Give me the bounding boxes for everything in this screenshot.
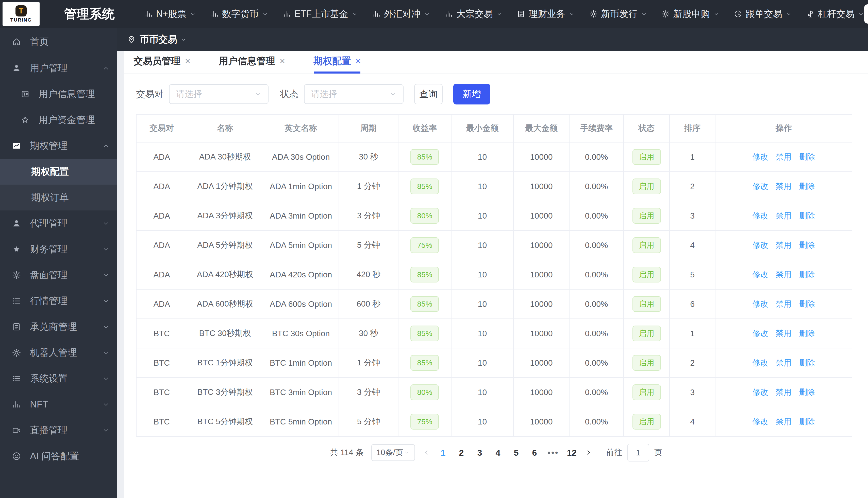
sidebar-item[interactable]: 直播管理 [0,417,117,443]
edit-link[interactable]: 修改 [753,416,768,427]
topnav-item[interactable]: 杠杆交易 [806,8,864,20]
sidebar-item[interactable]: 系统设置 [0,366,117,392]
edit-link[interactable]: 修改 [753,357,768,368]
topnav-item-label: 新股申购 [673,8,710,20]
chevron-down-icon [352,11,358,17]
sidebar-item[interactable]: 盘面管理 [0,262,117,288]
delete-link[interactable]: 删除 [799,269,815,280]
close-icon[interactable]: × [356,56,361,66]
page-size-select[interactable]: 10条/页 [371,444,415,461]
disable-link[interactable]: 禁用 [776,240,792,250]
pair-select[interactable]: 请选择 [169,84,269,104]
sidebar-subitem[interactable]: 用户信息管理 [0,81,117,107]
delete-link[interactable]: 删除 [799,387,815,397]
page-number[interactable]: 1 [438,448,448,458]
edit-link[interactable]: 修改 [753,181,768,192]
disable-link[interactable]: 禁用 [776,387,792,397]
page-number[interactable]: 3 [474,448,485,458]
edit-link[interactable]: 修改 [753,328,768,339]
sidebar-subitem[interactable]: 期权配置 [0,159,117,185]
sidebar-item[interactable]: 首页 [0,29,117,55]
disable-link[interactable]: 禁用 [776,357,792,368]
topnav-item[interactable]: 新股申购 [661,8,719,20]
chevron-down-icon [102,375,110,382]
sidebar-subitem[interactable]: 用户资金管理 [0,107,117,133]
actions-cell: 修改禁用删除 [715,142,852,172]
disable-link[interactable]: 禁用 [776,181,792,192]
delete-link[interactable]: 删除 [799,210,815,221]
delete-link[interactable]: 删除 [799,240,815,250]
sidebar-scrollbar[interactable] [117,51,124,498]
delete-link[interactable]: 删除 [799,328,815,339]
gear-icon [12,348,21,357]
sidebar-item[interactable]: 代理管理 [0,210,117,236]
market-bar[interactable]: 币币交易 [117,28,868,51]
sidebar-item[interactable]: 行情管理 [0,288,117,314]
bar-chart-icon [12,399,21,409]
disable-link[interactable]: 禁用 [776,210,792,221]
edit-link[interactable]: 修改 [753,152,768,162]
page-number[interactable]: 12 [566,448,577,458]
topnav-item[interactable]: ETF上市基金 [282,8,358,20]
next-page-button[interactable] [585,449,592,456]
goto-page-input[interactable] [627,444,649,461]
topnav-item[interactable]: 大宗交易 [444,8,502,20]
add-button[interactable]: 新增 [453,84,490,104]
delete-link[interactable]: 删除 [799,357,815,368]
status-select[interactable]: 请选择 [304,84,404,104]
topnav-item[interactable]: 外汇对冲 [372,8,430,20]
page-number[interactable]: 6 [529,448,540,458]
fee-rate-cell: 0.00% [569,201,624,231]
disable-link[interactable]: 禁用 [776,299,792,309]
topnav-item[interactable]: 新币发行 [589,8,647,20]
form-icon [20,89,30,99]
disable-link[interactable]: 禁用 [776,269,792,280]
topnav-item[interactable]: 数字货币 [210,8,268,20]
rate-badge: 80% [410,384,439,400]
delete-link[interactable]: 删除 [799,152,815,162]
tab-1[interactable]: 交易员管理× [133,55,190,74]
doc-icon [12,322,21,332]
edit-link[interactable]: 修改 [753,299,768,309]
sidebar-item[interactable]: AI 问答配置 [0,443,117,469]
delete-link[interactable]: 删除 [799,416,815,427]
edit-link[interactable]: 修改 [753,387,768,397]
disable-link[interactable]: 禁用 [776,416,792,427]
topnav-item[interactable]: 跟单交易 [734,8,792,20]
delete-link[interactable]: 删除 [799,299,815,309]
sidebar-item[interactable]: 承兑商管理 [0,314,117,340]
edit-link[interactable]: 修改 [753,269,768,280]
close-icon[interactable]: × [185,56,190,66]
topnav-item[interactable]: 理财业务 [517,8,575,20]
query-button[interactable]: 查询 [414,84,443,104]
sidebar-item[interactable]: 期权管理 [0,133,117,159]
delete-link[interactable]: 删除 [799,181,815,192]
app-logo[interactable]: T TURING [2,2,40,26]
edit-link[interactable]: 修改 [753,210,768,221]
table-row: BTCBTC 30秒期权BTC 30s Option30 秒85%1010000… [136,319,852,348]
bar-chart-icon [372,10,381,18]
page-number[interactable]: 5 [511,448,522,458]
disable-link[interactable]: 禁用 [776,328,792,339]
topnav-item[interactable]: N+股票 [144,8,196,20]
chevron-down-icon [102,272,110,279]
sidebar-subitem[interactable]: 期权订单 [0,185,117,210]
tab-2[interactable]: 用户信息管理× [219,55,285,74]
page-number[interactable]: 4 [493,448,503,458]
sidebar-item[interactable]: 机器人管理 [0,340,117,366]
sidebar-item[interactable]: 用户管理 [0,55,117,81]
page-number[interactable]: 2 [456,448,467,458]
sidebar-item-label: 直播管理 [30,424,102,437]
prev-page-button[interactable] [423,449,430,456]
sort-cell: 6 [669,289,715,319]
disable-link[interactable]: 禁用 [776,152,792,162]
edit-link[interactable]: 修改 [753,240,768,250]
max-amount-cell: 10000 [513,201,569,231]
sidebar-item[interactable]: NFT [0,392,117,417]
close-icon[interactable]: × [280,56,285,66]
page-ellipsis[interactable]: ••• [547,448,559,458]
topnav-item-label: 杠杆交易 [818,8,855,20]
tab-3[interactable]: 期权配置× [314,55,361,74]
sidebar-item[interactable]: 财务管理 [0,236,117,262]
status-badge: 启用 [633,208,661,224]
